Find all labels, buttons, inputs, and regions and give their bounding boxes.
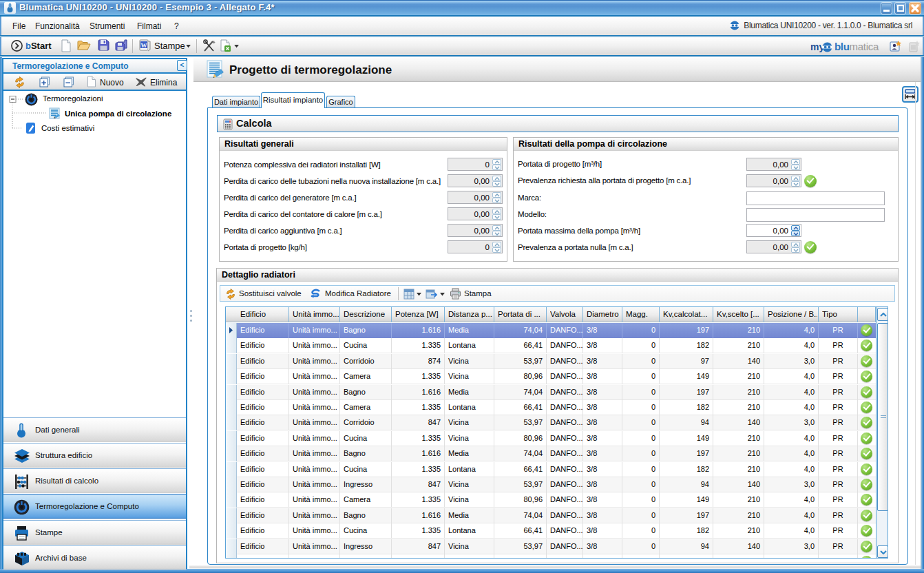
- svg-text:W: W: [141, 42, 147, 49]
